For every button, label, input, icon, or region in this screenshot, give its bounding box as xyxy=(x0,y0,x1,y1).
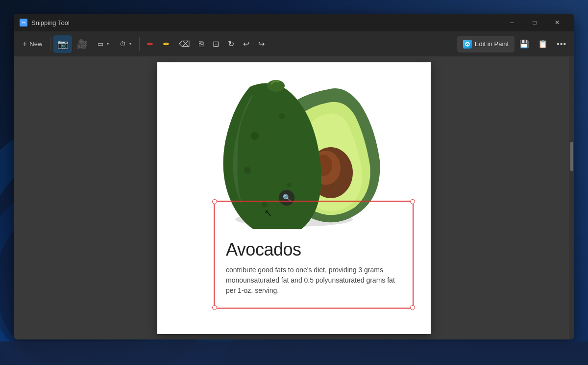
taskbar xyxy=(0,341,588,365)
pen-yellow-button[interactable]: ✒ xyxy=(159,35,174,53)
new-label: New xyxy=(29,40,42,48)
handle-bottom-left[interactable] xyxy=(212,305,217,310)
redo-icon: ↪ xyxy=(258,39,265,49)
pen-red-button[interactable]: ✒ xyxy=(143,35,158,53)
redo-button[interactable]: ↪ xyxy=(254,35,269,53)
app-icon: ✂ xyxy=(20,19,27,26)
pen-yellow-icon: ✒ xyxy=(163,39,170,50)
rotate-icon: ↻ xyxy=(228,39,234,49)
save-icon: 💾 xyxy=(519,39,529,49)
avocado-image xyxy=(157,62,431,229)
separator-2 xyxy=(139,37,140,51)
timer-arrow-icon: ▾ xyxy=(129,42,131,46)
rotate-button[interactable]: ↻ xyxy=(224,35,238,53)
paint-app-icon xyxy=(463,40,472,49)
svg-point-10 xyxy=(262,202,268,208)
timer-button[interactable]: ⏱ ▾ xyxy=(115,35,136,53)
save-button[interactable]: 💾 xyxy=(515,35,533,53)
screenshot-canvas: 🔍 ↖ Avocados contribute good fats to one… xyxy=(157,62,431,334)
pen-red-icon: ✒ xyxy=(147,39,154,50)
magnify-lens[interactable]: 🔍 xyxy=(279,190,294,206)
new-plus-icon: + xyxy=(23,40,27,49)
undo-icon: ↩ xyxy=(243,39,249,49)
crop-icon: ⊡ xyxy=(213,39,219,49)
app-title: Snipping Tool xyxy=(31,19,501,26)
new-button[interactable]: + New xyxy=(18,35,47,53)
undo-button[interactable]: ↩ xyxy=(239,35,253,53)
window-controls: ─ □ ✕ xyxy=(501,14,568,31)
magnify-icon: 🔍 xyxy=(283,194,291,202)
more-icon: ••• xyxy=(557,40,566,49)
maximize-button[interactable]: □ xyxy=(523,14,546,31)
timer-icon: ⏱ xyxy=(120,40,126,48)
minimize-button[interactable]: ─ xyxy=(501,14,523,31)
copy-clipboard-button[interactable]: 📋 xyxy=(534,35,552,53)
avocado-title: Avocados xyxy=(226,239,401,260)
scrollbar-track[interactable] xyxy=(569,57,574,339)
svg-point-7 xyxy=(279,113,285,119)
text-box: Avocados contribute good fats to one's d… xyxy=(216,231,411,305)
shape-icon: ▭ xyxy=(98,40,103,48)
close-button[interactable]: ✕ xyxy=(546,14,568,31)
content-area: 🔍 ↖ Avocados contribute good fats to one… xyxy=(14,57,574,339)
title-bar: ✂ Snipping Tool ─ □ ✕ xyxy=(14,14,574,31)
separator-1 xyxy=(50,37,50,51)
svg-point-0 xyxy=(465,42,470,47)
more-options-button[interactable]: ••• xyxy=(553,35,570,53)
avocado-body: contribute good fats to one's diet, prov… xyxy=(226,265,401,296)
edit-in-paint-label: Edit in Paint xyxy=(475,40,509,48)
copy-text-icon: ⎘ xyxy=(199,40,204,49)
eraser-icon: ⌫ xyxy=(179,39,190,49)
shape-button[interactable]: ▭ ▾ xyxy=(93,35,114,53)
toolbar: + New 📷 🎥 ▭ ▾ ⏱ ▾ ✒ ✒ xyxy=(14,31,574,57)
eraser-button[interactable]: ⌫ xyxy=(175,35,194,53)
screenshot-icon: 📷 xyxy=(57,39,68,50)
screenshot-mode-button[interactable]: 📷 xyxy=(53,35,72,53)
handle-bottom-right[interactable] xyxy=(410,305,415,310)
video-mode-button[interactable]: 🎥 xyxy=(73,35,92,53)
video-icon: 🎥 xyxy=(77,39,88,50)
edit-in-paint-button[interactable]: Edit in Paint xyxy=(457,36,514,52)
crop-button[interactable]: ⊡ xyxy=(209,35,223,53)
copy-clipboard-icon: 📋 xyxy=(538,39,548,49)
copy-text-button[interactable]: ⎘ xyxy=(195,35,208,53)
scrollbar-thumb[interactable] xyxy=(570,142,573,171)
svg-point-9 xyxy=(287,182,292,187)
svg-point-8 xyxy=(244,167,251,174)
svg-point-6 xyxy=(251,132,259,140)
shape-arrow-icon: ▾ xyxy=(107,42,109,46)
app-window: ✂ Snipping Tool ─ □ ✕ + New 📷 � xyxy=(14,14,574,339)
